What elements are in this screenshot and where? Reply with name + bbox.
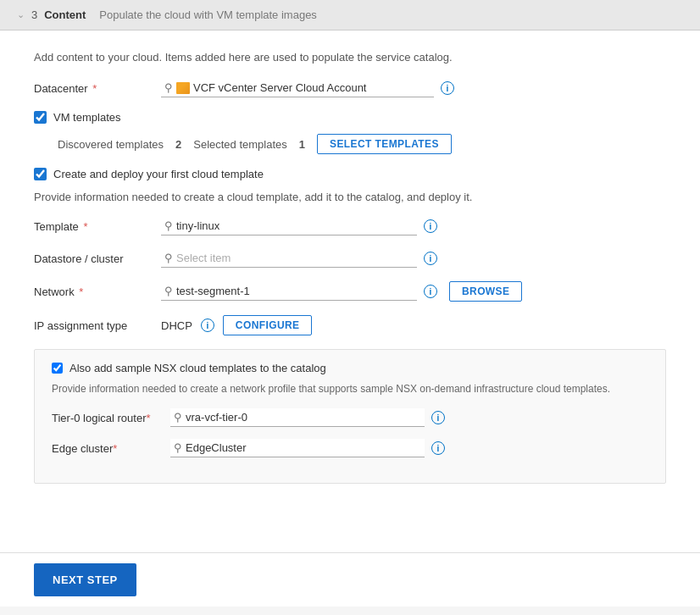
- tier0-input[interactable]: [186, 411, 389, 424]
- edge-cluster-info-icon[interactable]: i: [431, 441, 445, 455]
- template-search-icon: ⚲: [164, 219, 173, 232]
- network-label: Network *: [34, 285, 153, 298]
- datacenter-input[interactable]: [193, 81, 431, 94]
- selected-label: Selected templates: [193, 138, 287, 151]
- edge-cluster-search-icon: ⚲: [174, 441, 182, 454]
- ip-info-icon[interactable]: i: [201, 319, 214, 332]
- network-input-wrap: ⚲ i BROWSE: [161, 281, 666, 302]
- template-label: Template *: [34, 220, 153, 233]
- ip-assignment-field-row: IP assignment type DHCP i CONFIGURE: [34, 315, 666, 335]
- datastore-field-row: Datastore / cluster ⚲ i: [34, 249, 666, 268]
- network-info-icon[interactable]: i: [424, 285, 437, 298]
- step-title: Content: [44, 8, 86, 21]
- datastore-search-icon: ⚲: [164, 252, 173, 264]
- tier0-search-input[interactable]: ⚲: [170, 408, 425, 427]
- ip-assignment-wrap: DHCP i CONFIGURE: [161, 315, 666, 335]
- datastore-search-input[interactable]: ⚲: [161, 249, 417, 268]
- edge-cluster-input[interactable]: [186, 441, 389, 454]
- datastore-label: Datastore / cluster: [34, 252, 153, 265]
- create-deploy-checkbox[interactable]: [34, 168, 47, 180]
- edge-cluster-input-wrap: ⚲ i: [170, 439, 648, 457]
- vm-templates-label[interactable]: VM templates: [53, 111, 120, 124]
- datastore-input[interactable]: [176, 252, 414, 264]
- edge-cluster-search-input[interactable]: ⚲: [170, 439, 425, 457]
- template-info-icon[interactable]: i: [424, 219, 437, 233]
- vm-templates-checkbox[interactable]: [34, 111, 47, 124]
- tier0-field-row: Tier-0 logical router* ⚲ i: [52, 408, 648, 427]
- datacenter-icon: [176, 82, 190, 94]
- tier0-label: Tier-0 logical router*: [52, 412, 162, 424]
- network-field-row: Network * ⚲ i BROWSE: [34, 281, 666, 302]
- configure-button[interactable]: CONFIGURE: [223, 315, 313, 335]
- section-subtext: Provide information needed to create a c…: [34, 191, 666, 203]
- datastore-info-icon[interactable]: i: [424, 252, 437, 265]
- nsx-checkbox-row: Also add sample NSX cloud templates to t…: [52, 362, 648, 374]
- edge-cluster-label: Edge cluster*: [52, 442, 162, 455]
- datacenter-field-row: Datacenter * ⚲ i: [34, 79, 666, 97]
- search-icon: ⚲: [164, 81, 173, 94]
- discovered-count: 2: [175, 138, 181, 151]
- step-number: 3: [31, 8, 37, 21]
- bottom-bar: NEXT STEP: [0, 552, 700, 607]
- select-templates-button[interactable]: SELECT TEMPLATES: [317, 134, 452, 154]
- tier0-input-wrap: ⚲ i: [170, 408, 648, 427]
- browse-button[interactable]: BROWSE: [449, 281, 522, 302]
- datastore-input-wrap: ⚲ i: [161, 249, 666, 268]
- selected-count: 1: [299, 138, 305, 151]
- nsx-checkbox-label[interactable]: Also add sample NSX cloud templates to t…: [69, 362, 326, 374]
- step-header: ⌄ 3 Content Populate the cloud with VM t…: [0, 0, 700, 30]
- network-search-input[interactable]: ⚲: [161, 282, 417, 301]
- step-description: Populate the cloud with VM template imag…: [99, 8, 317, 21]
- next-step-button[interactable]: NEXT STEP: [34, 563, 136, 596]
- create-deploy-label[interactable]: Create and deploy your first cloud templ…: [53, 168, 264, 180]
- templates-count-row: Discovered templates 2 Selected template…: [58, 134, 666, 154]
- tier0-search-icon: ⚲: [174, 411, 182, 424]
- template-input-wrap: ⚲ i: [161, 217, 666, 235]
- datacenter-search-input[interactable]: ⚲: [161, 79, 434, 97]
- nsx-subsection: Also add sample NSX cloud templates to t…: [34, 349, 666, 484]
- nsx-description: Provide information needed to create a n…: [52, 381, 648, 396]
- chevron-icon: ⌄: [17, 9, 25, 20]
- template-field-row: Template * ⚲ i: [34, 217, 666, 235]
- vm-templates-checkbox-row: VM templates: [34, 111, 666, 124]
- network-search-icon: ⚲: [164, 285, 173, 297]
- dhcp-value: DHCP: [161, 319, 192, 332]
- main-content: Add content to your cloud. Items added h…: [0, 30, 700, 552]
- discovered-label: Discovered templates: [58, 138, 164, 151]
- network-input[interactable]: [176, 285, 414, 297]
- ip-assignment-label: IP assignment type: [34, 319, 153, 332]
- intro-text: Add content to your cloud. Items added h…: [34, 51, 666, 64]
- datacenter-label: Datacenter *: [34, 82, 153, 95]
- datacenter-info-icon[interactable]: i: [441, 81, 454, 95]
- template-input[interactable]: [176, 219, 414, 232]
- create-deploy-checkbox-row: Create and deploy your first cloud templ…: [34, 168, 666, 180]
- template-search-input[interactable]: ⚲: [161, 217, 417, 235]
- datacenter-input-wrap: ⚲ i: [161, 79, 666, 97]
- edge-cluster-field-row: Edge cluster* ⚲ i: [52, 439, 648, 457]
- nsx-checkbox[interactable]: [52, 363, 63, 374]
- tier0-info-icon[interactable]: i: [431, 411, 445, 424]
